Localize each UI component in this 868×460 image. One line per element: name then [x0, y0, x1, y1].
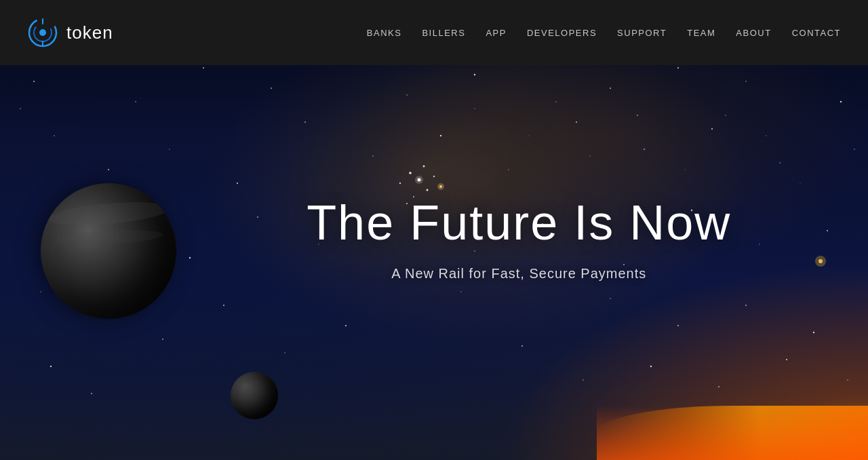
nav-about[interactable]: ABOUT: [736, 28, 771, 38]
svg-point-58: [423, 166, 425, 168]
svg-point-57: [437, 183, 444, 190]
logo-link[interactable]: token: [27, 17, 113, 48]
planet-small: [231, 372, 278, 419]
svg-point-46: [610, 298, 611, 299]
svg-point-8: [203, 67, 204, 69]
svg-point-83: [800, 183, 800, 183]
svg-point-75: [474, 108, 475, 109]
svg-point-18: [840, 101, 842, 102]
nav-billers[interactable]: BILLERS: [422, 28, 465, 38]
svg-point-20: [108, 169, 109, 170]
nav-team[interactable]: TEAM: [687, 28, 715, 38]
svg-point-81: [725, 115, 726, 116]
svg-point-29: [711, 128, 713, 130]
svg-point-79: [637, 115, 638, 116]
planet-large: [41, 183, 176, 319]
svg-point-84: [854, 149, 855, 150]
svg-point-63: [50, 366, 52, 367]
svg-point-67: [345, 325, 347, 326]
main-nav: BANKS BILLERS APP DEVELOPERS SUPPORT TEA…: [367, 28, 841, 38]
svg-point-15: [677, 67, 679, 69]
svg-point-30: [779, 162, 781, 164]
svg-point-2: [39, 29, 46, 36]
svg-point-69: [521, 345, 523, 347]
svg-point-73: [786, 359, 787, 360]
svg-point-12: [474, 74, 475, 75]
nav-app[interactable]: APP: [486, 28, 507, 38]
svg-point-14: [610, 88, 611, 89]
svg-point-72: [718, 386, 719, 387]
svg-point-5: [33, 81, 35, 82]
hero-content: The Future Is Now A New Rail for Fast, S…: [307, 196, 731, 282]
logo-icon: [27, 17, 58, 48]
svg-point-76: [528, 135, 529, 136]
svg-point-22: [237, 183, 238, 184]
svg-point-74: [847, 379, 848, 381]
svg-point-53: [409, 172, 412, 174]
svg-point-71: [650, 366, 652, 367]
hero-subtitle: A New Rail for Fast, Secure Payments: [307, 266, 731, 282]
svg-point-26: [508, 169, 509, 170]
svg-point-82: [766, 135, 766, 136]
svg-point-28: [644, 149, 645, 150]
svg-point-62: [20, 108, 21, 109]
hero-title: The Future Is Now: [307, 196, 731, 250]
nav-banks[interactable]: BANKS: [367, 28, 402, 38]
svg-point-9: [271, 88, 272, 89]
svg-point-77: [555, 101, 557, 102]
svg-point-61: [815, 256, 826, 267]
svg-point-42: [827, 230, 828, 231]
svg-point-78: [589, 155, 590, 156]
svg-point-24: [372, 155, 374, 157]
nav-developers[interactable]: DEVELOPERS: [527, 28, 597, 38]
svg-point-59: [399, 183, 401, 184]
svg-point-52: [427, 189, 429, 191]
svg-point-23: [304, 121, 306, 123]
svg-point-7: [135, 101, 136, 102]
svg-point-43: [40, 291, 41, 292]
nav-support[interactable]: SUPPORT: [617, 28, 667, 38]
svg-point-33: [189, 257, 191, 258]
svg-point-48: [745, 305, 747, 306]
svg-point-70: [583, 379, 584, 381]
svg-point-64: [91, 393, 92, 394]
svg-point-65: [223, 305, 224, 306]
svg-point-41: [759, 244, 760, 244]
svg-point-68: [460, 291, 461, 292]
svg-point-49: [813, 332, 814, 333]
nav-contact[interactable]: CONTACT: [792, 28, 841, 38]
site-header: token BANKS BILLERS APP DEVELOPERS SUPPO…: [0, 0, 868, 65]
svg-point-19: [54, 135, 55, 136]
svg-point-21: [169, 149, 170, 149]
svg-point-47: [677, 325, 679, 326]
orange-glow: [597, 406, 868, 460]
svg-point-66: [284, 352, 285, 353]
svg-point-51: [415, 176, 423, 184]
svg-point-34: [257, 216, 258, 218]
svg-point-27: [576, 121, 577, 123]
svg-point-16: [745, 81, 747, 82]
svg-point-25: [440, 135, 441, 136]
svg-point-80: [684, 169, 685, 170]
svg-point-45: [162, 339, 163, 340]
svg-point-11: [406, 94, 408, 96]
svg-point-54: [433, 176, 435, 177]
logo-text: token: [66, 22, 113, 43]
hero-section: The Future Is Now A New Rail for Fast, S…: [0, 0, 868, 460]
